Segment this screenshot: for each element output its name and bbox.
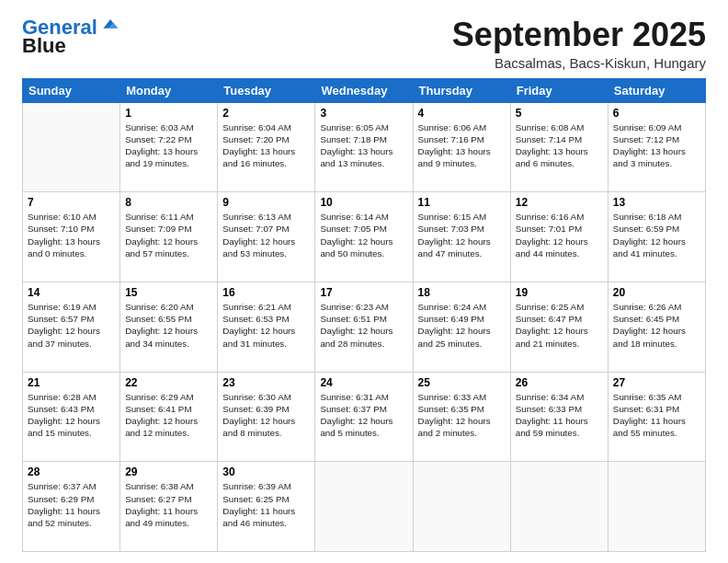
weekday-saturday: Saturday xyxy=(608,78,705,102)
weekday-header-row: SundayMondayTuesdayWednesdayThursdayFrid… xyxy=(23,78,706,102)
day-number: 21 xyxy=(28,376,115,389)
day-number: 10 xyxy=(320,196,407,209)
title-block: September 2025 Bacsalmas, Bacs-Kiskun, H… xyxy=(452,17,706,71)
week-row-4: 28Sunrise: 6:37 AM Sunset: 6:29 PM Dayli… xyxy=(23,462,706,552)
day-number: 12 xyxy=(516,196,603,209)
calendar-cell: 25Sunrise: 6:33 AM Sunset: 6:35 PM Dayli… xyxy=(413,372,510,462)
day-number: 20 xyxy=(613,286,700,299)
day-info: Sunrise: 6:39 AM Sunset: 6:25 PM Dayligh… xyxy=(222,480,310,529)
calendar-cell: 15Sunrise: 6:20 AM Sunset: 6:55 PM Dayli… xyxy=(120,282,218,372)
calendar-cell: 23Sunrise: 6:30 AM Sunset: 6:39 PM Dayli… xyxy=(218,372,315,462)
day-number: 9 xyxy=(222,196,310,209)
day-info: Sunrise: 6:34 AM Sunset: 6:33 PM Dayligh… xyxy=(516,391,603,440)
day-number: 13 xyxy=(613,196,700,209)
logo-text2: Blue xyxy=(22,35,66,57)
day-info: Sunrise: 6:06 AM Sunset: 7:16 PM Dayligh… xyxy=(418,121,506,170)
day-number: 15 xyxy=(125,286,212,299)
calendar-cell: 7Sunrise: 6:10 AM Sunset: 7:10 PM Daylig… xyxy=(23,192,120,282)
calendar-cell xyxy=(413,462,510,552)
day-number: 16 xyxy=(222,286,310,299)
logo: General Blue xyxy=(22,17,119,57)
calendar-cell: 2Sunrise: 6:04 AM Sunset: 7:20 PM Daylig… xyxy=(218,102,315,192)
calendar-cell: 13Sunrise: 6:18 AM Sunset: 6:59 PM Dayli… xyxy=(608,192,705,282)
day-number: 8 xyxy=(125,196,212,209)
day-number: 17 xyxy=(320,286,407,299)
page: General Blue September 2025 Bacsalmas, B… xyxy=(0,0,728,563)
calendar-cell: 29Sunrise: 6:38 AM Sunset: 6:27 PM Dayli… xyxy=(120,462,218,552)
week-row-3: 21Sunrise: 6:28 AM Sunset: 6:43 PM Dayli… xyxy=(23,372,706,462)
day-number: 29 xyxy=(125,465,212,478)
day-info: Sunrise: 6:25 AM Sunset: 6:47 PM Dayligh… xyxy=(516,301,603,350)
calendar-cell: 12Sunrise: 6:16 AM Sunset: 7:01 PM Dayli… xyxy=(510,192,608,282)
calendar-cell: 1Sunrise: 6:03 AM Sunset: 7:22 PM Daylig… xyxy=(120,102,218,192)
day-number: 27 xyxy=(613,376,700,389)
day-number: 7 xyxy=(28,196,115,209)
week-row-1: 7Sunrise: 6:10 AM Sunset: 7:10 PM Daylig… xyxy=(23,192,706,282)
weekday-monday: Monday xyxy=(120,78,218,102)
calendar-cell xyxy=(510,462,608,552)
day-number: 18 xyxy=(418,286,506,299)
day-info: Sunrise: 6:14 AM Sunset: 7:05 PM Dayligh… xyxy=(320,211,407,259)
weekday-sunday: Sunday xyxy=(23,78,120,102)
weekday-friday: Friday xyxy=(510,78,608,102)
day-info: Sunrise: 6:30 AM Sunset: 6:39 PM Dayligh… xyxy=(222,391,310,440)
day-number: 28 xyxy=(28,465,115,478)
day-info: Sunrise: 6:20 AM Sunset: 6:55 PM Dayligh… xyxy=(125,301,212,350)
day-info: Sunrise: 6:37 AM Sunset: 6:29 PM Dayligh… xyxy=(28,480,115,529)
day-info: Sunrise: 6:13 AM Sunset: 7:07 PM Dayligh… xyxy=(222,211,310,259)
day-info: Sunrise: 6:28 AM Sunset: 6:43 PM Dayligh… xyxy=(28,391,115,440)
day-info: Sunrise: 6:11 AM Sunset: 7:09 PM Dayligh… xyxy=(125,211,212,259)
day-info: Sunrise: 6:21 AM Sunset: 6:53 PM Dayligh… xyxy=(222,301,310,350)
calendar-cell: 10Sunrise: 6:14 AM Sunset: 7:05 PM Dayli… xyxy=(315,192,413,282)
calendar-cell: 17Sunrise: 6:23 AM Sunset: 6:51 PM Dayli… xyxy=(315,282,413,372)
calendar-table: SundayMondayTuesdayWednesdayThursdayFrid… xyxy=(22,78,706,552)
day-number: 1 xyxy=(125,107,212,120)
day-number: 14 xyxy=(28,286,115,299)
calendar-cell xyxy=(315,462,413,552)
day-info: Sunrise: 6:09 AM Sunset: 7:12 PM Dayligh… xyxy=(613,121,700,170)
day-number: 22 xyxy=(125,376,212,389)
calendar-cell: 8Sunrise: 6:11 AM Sunset: 7:09 PM Daylig… xyxy=(120,192,218,282)
calendar-cell: 27Sunrise: 6:35 AM Sunset: 6:31 PM Dayli… xyxy=(608,372,705,462)
calendar-cell: 3Sunrise: 6:05 AM Sunset: 7:18 PM Daylig… xyxy=(315,102,413,192)
calendar-cell xyxy=(23,102,120,192)
day-info: Sunrise: 6:04 AM Sunset: 7:20 PM Dayligh… xyxy=(222,121,310,170)
day-info: Sunrise: 6:31 AM Sunset: 6:37 PM Dayligh… xyxy=(320,391,407,440)
calendar-cell: 6Sunrise: 6:09 AM Sunset: 7:12 PM Daylig… xyxy=(608,102,705,192)
day-number: 6 xyxy=(613,107,700,120)
day-number: 19 xyxy=(516,286,603,299)
month-title: September 2025 xyxy=(452,17,706,53)
weekday-thursday: Thursday xyxy=(413,78,510,102)
day-number: 5 xyxy=(516,107,603,120)
day-info: Sunrise: 6:26 AM Sunset: 6:45 PM Dayligh… xyxy=(613,301,700,350)
day-number: 11 xyxy=(418,196,506,209)
header: General Blue September 2025 Bacsalmas, B… xyxy=(22,17,706,71)
weekday-wednesday: Wednesday xyxy=(315,78,413,102)
day-number: 2 xyxy=(222,107,310,120)
day-info: Sunrise: 6:05 AM Sunset: 7:18 PM Dayligh… xyxy=(320,121,407,170)
location-title: Bacsalmas, Bacs-Kiskun, Hungary xyxy=(452,55,706,71)
week-row-2: 14Sunrise: 6:19 AM Sunset: 6:57 PM Dayli… xyxy=(23,282,706,372)
calendar-cell: 4Sunrise: 6:06 AM Sunset: 7:16 PM Daylig… xyxy=(413,102,510,192)
day-number: 23 xyxy=(222,376,310,389)
day-info: Sunrise: 6:38 AM Sunset: 6:27 PM Dayligh… xyxy=(125,480,212,529)
day-info: Sunrise: 6:03 AM Sunset: 7:22 PM Dayligh… xyxy=(125,121,212,170)
day-info: Sunrise: 6:29 AM Sunset: 6:41 PM Dayligh… xyxy=(125,391,212,440)
calendar-cell: 28Sunrise: 6:37 AM Sunset: 6:29 PM Dayli… xyxy=(23,462,120,552)
calendar-cell: 5Sunrise: 6:08 AM Sunset: 7:14 PM Daylig… xyxy=(510,102,608,192)
calendar-cell: 11Sunrise: 6:15 AM Sunset: 7:03 PM Dayli… xyxy=(413,192,510,282)
day-info: Sunrise: 6:24 AM Sunset: 6:49 PM Dayligh… xyxy=(418,301,506,350)
calendar-cell: 16Sunrise: 6:21 AM Sunset: 6:53 PM Dayli… xyxy=(218,282,315,372)
day-info: Sunrise: 6:16 AM Sunset: 7:01 PM Dayligh… xyxy=(516,211,603,259)
calendar-cell: 26Sunrise: 6:34 AM Sunset: 6:33 PM Dayli… xyxy=(510,372,608,462)
calendar-cell: 22Sunrise: 6:29 AM Sunset: 6:41 PM Dayli… xyxy=(120,372,218,462)
day-number: 4 xyxy=(418,107,506,120)
day-info: Sunrise: 6:33 AM Sunset: 6:35 PM Dayligh… xyxy=(418,391,506,440)
day-info: Sunrise: 6:08 AM Sunset: 7:14 PM Dayligh… xyxy=(516,121,603,170)
day-number: 26 xyxy=(516,376,603,389)
day-info: Sunrise: 6:35 AM Sunset: 6:31 PM Dayligh… xyxy=(613,391,700,440)
day-number: 30 xyxy=(222,465,310,478)
calendar-cell: 24Sunrise: 6:31 AM Sunset: 6:37 PM Dayli… xyxy=(315,372,413,462)
day-info: Sunrise: 6:10 AM Sunset: 7:10 PM Dayligh… xyxy=(28,211,115,259)
calendar-cell: 18Sunrise: 6:24 AM Sunset: 6:49 PM Dayli… xyxy=(413,282,510,372)
